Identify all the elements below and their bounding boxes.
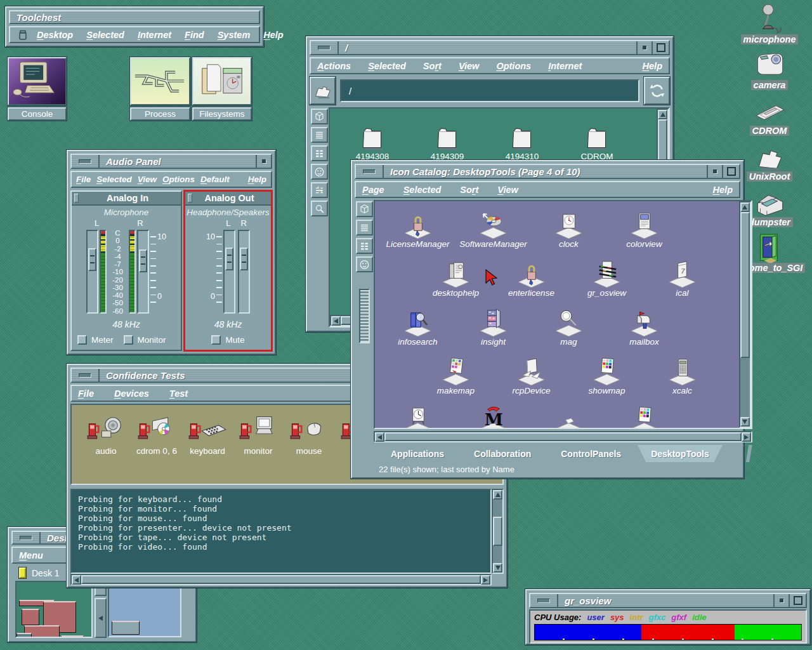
scrollbar-thumb[interactable] <box>384 432 742 441</box>
horizontal-scrollbar[interactable] <box>374 431 752 442</box>
desk-1-thumbnail[interactable] <box>15 581 93 638</box>
catalog-icon-item[interactable]: clock <box>531 209 606 258</box>
maximize-button[interactable] <box>789 594 806 607</box>
catalog-icon-item[interactable]: rcpDevice <box>494 356 569 405</box>
console-icon[interactable] <box>8 57 67 105</box>
menu-item[interactable]: Selected <box>403 185 442 195</box>
catalog-icon-item[interactable] <box>606 405 682 428</box>
folder-up-button[interactable] <box>310 77 336 105</box>
window-menu-button[interactable] <box>13 532 41 543</box>
process-icon[interactable] <box>130 57 190 105</box>
checkbox-item[interactable]: Monitor <box>124 335 166 345</box>
console-launcher[interactable]: Console <box>8 57 67 121</box>
filesystems-icon[interactable] <box>192 57 252 105</box>
group-handle[interactable] <box>188 194 192 202</box>
slider-handle[interactable] <box>240 248 248 270</box>
scroll-left-button[interactable] <box>375 432 384 442</box>
menu-item[interactable]: View <box>138 175 157 184</box>
face-icon[interactable] <box>356 256 373 272</box>
menu-item[interactable]: Desktop <box>37 30 73 40</box>
maximize-button[interactable] <box>652 41 669 54</box>
menu-item[interactable]: Default <box>200 175 230 184</box>
menu-item-help[interactable]: Help <box>713 185 733 195</box>
device-item[interactable]: audio <box>81 413 131 484</box>
catalog-icon-item[interactable]: 7ical <box>645 258 720 307</box>
desk-2-thumbnail[interactable] <box>108 583 181 637</box>
menu-item[interactable]: Devices <box>114 388 149 399</box>
cube-icon[interactable] <box>356 201 373 217</box>
checkbox[interactable] <box>77 335 87 345</box>
folder-item[interactable]: CDROM <box>560 124 634 161</box>
scrollbar-thumb[interactable] <box>658 119 667 164</box>
slider-handle[interactable] <box>88 248 96 271</box>
menu-item[interactable]: System <box>218 30 251 40</box>
catalog-icon-item[interactable]: showmap <box>569 356 645 405</box>
group-handle[interactable] <box>74 194 79 202</box>
catalog-icon-item[interactable]: desktophelp <box>418 258 494 307</box>
gridview-icon[interactable] <box>356 238 373 254</box>
minimize-button[interactable] <box>773 594 789 607</box>
catalog-icon-item[interactable]: colorview <box>606 209 682 258</box>
gain-slider-left[interactable] <box>86 230 98 314</box>
scroll-left-button[interactable] <box>72 575 81 585</box>
menu-item[interactable]: Page <box>362 185 384 195</box>
catalog-tab[interactable]: ControlPanels <box>547 445 634 462</box>
device-item[interactable]: mouse <box>284 413 334 484</box>
desktop-icon[interactable]: camera <box>751 49 789 90</box>
desktop-icon[interactable]: CDROM <box>750 95 790 136</box>
menu-item-help[interactable]: Help <box>248 175 266 184</box>
catalog-icon-item[interactable]: infosearch <box>380 307 455 356</box>
scroll-down-button[interactable] <box>740 417 750 427</box>
search-icon[interactable] <box>311 201 328 216</box>
catalog-icon-item[interactable]: M <box>455 405 531 428</box>
menu-item[interactable]: Selected <box>86 30 124 40</box>
gain-slider-right[interactable] <box>137 230 149 314</box>
scroll-thumbwheel[interactable] <box>359 289 370 343</box>
menu-item[interactable]: Sort <box>423 61 442 71</box>
catalog-icon-item[interactable] <box>531 405 606 428</box>
catalog-icon-item[interactable]: insight <box>455 307 531 356</box>
minimize-button[interactable] <box>636 41 652 54</box>
volume-slider-left[interactable] <box>223 230 235 314</box>
panelview-icon[interactable] <box>311 182 328 198</box>
menu-item[interactable]: Menu <box>19 550 43 560</box>
gr-osview-titlebar[interactable]: gr_osview <box>529 593 807 608</box>
catalog-icon-item[interactable]: gr_osview <box>569 258 645 307</box>
menu-item[interactable]: Options <box>496 61 531 71</box>
catalog-icon-item[interactable] <box>380 405 455 428</box>
desktop-icon[interactable]: dumpster <box>746 186 793 227</box>
menu-item[interactable]: Test <box>169 388 188 399</box>
scroll-up-button[interactable] <box>493 490 502 500</box>
desktop-icon[interactable]: UnixRoot <box>747 140 792 182</box>
window-menu-button[interactable] <box>72 155 100 168</box>
checkbox-item[interactable]: Meter <box>77 335 114 345</box>
menu-item-help[interactable]: Help <box>643 61 662 71</box>
desktop-icon[interactable]: microphone <box>741 3 799 44</box>
menu-item[interactable]: Internet <box>138 30 171 40</box>
checkbox[interactable] <box>124 335 133 345</box>
audio-panel-titlebar[interactable]: Audio Panel <box>70 154 272 169</box>
scroll-up-button[interactable] <box>658 110 667 119</box>
scroll-left-button[interactable] <box>331 316 341 326</box>
folder-item[interactable]: 4194310 <box>485 124 560 161</box>
menu-item[interactable]: View <box>459 61 480 71</box>
menu-item[interactable]: Options <box>162 175 195 184</box>
scrollbar-thumb[interactable] <box>493 517 502 546</box>
menu-item[interactable]: File <box>78 388 94 399</box>
toolchest-titlebar[interactable]: Toolchest <box>9 10 260 24</box>
process-launcher[interactable]: Process <box>130 57 190 121</box>
maximize-button[interactable] <box>722 165 739 178</box>
filesystems-launcher[interactable]: Filesystems <box>192 57 252 121</box>
device-item[interactable]: monitor <box>233 413 284 484</box>
path-input[interactable]: / <box>340 79 639 102</box>
slider-handle[interactable] <box>225 248 233 270</box>
catalog-icon-item[interactable]: enterlicense <box>494 258 569 307</box>
window-menu-button[interactable] <box>72 369 100 381</box>
checkbox-item[interactable]: Mute <box>211 335 244 345</box>
device-item[interactable]: keyboard <box>182 413 233 484</box>
gridview-icon[interactable] <box>311 145 328 161</box>
scrollbar-thumb[interactable] <box>81 575 481 584</box>
menu-item[interactable]: View <box>497 185 518 195</box>
window-menu-button[interactable] <box>530 594 558 607</box>
scroll-up-button[interactable] <box>740 202 750 212</box>
